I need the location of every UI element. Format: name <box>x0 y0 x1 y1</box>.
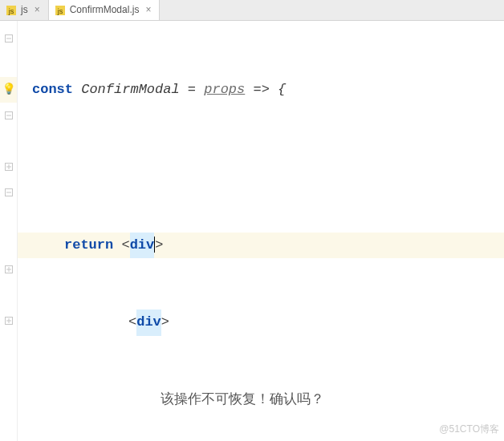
keyword: return <box>64 233 113 258</box>
code-line: const ConfirmModal = props => { <box>18 78 504 103</box>
watermark: @51CTO博客 <box>439 420 499 439</box>
caret <box>154 237 155 253</box>
intention-bulb[interactable]: 💡 <box>0 77 17 103</box>
fold-marker[interactable] <box>0 180 17 205</box>
code-area[interactable]: const ConfirmModal = props => { return <… <box>18 21 504 441</box>
fold-marker[interactable] <box>0 26 17 51</box>
code-line <box>18 155 504 180</box>
code-line: 该操作不可恢复！确认吗？ <box>18 387 504 413</box>
code-line: <div> <box>18 310 504 335</box>
close-icon[interactable]: × <box>33 1 42 19</box>
fold-marker[interactable] <box>0 308 17 334</box>
code-line-highlighted: return <div> <box>18 233 504 258</box>
fold-marker[interactable] <box>0 103 17 128</box>
identifier: ConfirmModal <box>81 77 179 103</box>
tab-inactive[interactable]: js js × <box>0 0 49 20</box>
gutter: 💡 <box>0 21 18 441</box>
jsx-tag: div <box>136 310 161 335</box>
editor: 💡 const ConfirmModal = props => { return… <box>0 21 504 441</box>
tab-active[interactable]: js ConfirmModal.js × <box>49 0 161 20</box>
tab-active-label: ConfirmModal.js <box>70 1 140 19</box>
jsx-text: 该操作不可恢复！确认吗？ <box>161 387 324 413</box>
tab-inactive-label: js <box>21 1 28 19</box>
keyword: const <box>32 77 73 103</box>
parameter: props <box>204 77 245 103</box>
svg-text:js: js <box>56 7 63 15</box>
arrow: => { <box>245 77 286 103</box>
js-file-icon: js <box>6 6 16 15</box>
svg-text:js: js <box>8 7 14 15</box>
lightbulb-icon: 💡 <box>2 80 15 100</box>
js-file-icon: js <box>55 6 65 15</box>
jsx-tag: div <box>130 233 155 258</box>
operator: = <box>180 77 205 103</box>
close-icon[interactable]: × <box>144 1 152 19</box>
fold-marker[interactable] <box>0 154 17 180</box>
fold-marker[interactable] <box>0 257 17 282</box>
tab-bar: js js × js ConfirmModal.js × <box>0 0 504 21</box>
